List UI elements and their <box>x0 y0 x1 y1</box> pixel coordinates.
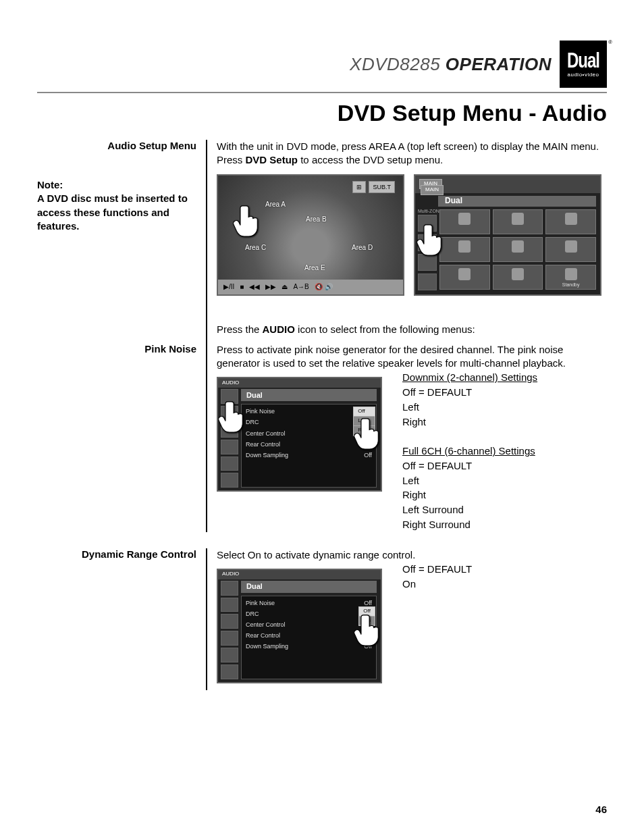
pink-noise-label: Pink Noise <box>37 343 206 532</box>
area-e-label: Area E <box>304 263 325 273</box>
pointing-hand-icon <box>233 203 263 240</box>
pink-noise-settings: Downmix (2-channel) Settings Off = DEFAU… <box>402 370 537 531</box>
menu-icon <box>493 265 543 290</box>
row-name: Rear Control <box>246 440 280 448</box>
brand-label: Dual <box>246 390 263 400</box>
press-post: icon to select from the following menus: <box>295 323 475 335</box>
menu-icon <box>439 265 490 290</box>
note-body: A DVD disc must be inserted to access th… <box>37 192 188 232</box>
body-bold: DVD Setup <box>246 154 298 165</box>
pink-noise-screenshot: AUDIO Dual Pink NoiseOff DRCOff Center C… <box>217 377 382 492</box>
full6-heading: Full 6CH (6-channel) Settings <box>402 444 537 459</box>
eject-icon: ⏏ <box>281 282 288 292</box>
setting-line: Off = DEFAULT <box>402 385 537 400</box>
pointing-hand-icon <box>354 612 382 650</box>
menu-icon <box>439 209 490 234</box>
note-block: Note: A DVD disc must be inserted to acc… <box>37 178 196 233</box>
setting-line: Right <box>402 415 537 429</box>
bluetooth-icon <box>545 237 596 262</box>
header-title: XDVD8285 OPERATION <box>350 54 552 75</box>
menu-icon <box>493 209 543 234</box>
audio-setup-body: With the unit in DVD mode, press AREA A … <box>217 140 607 167</box>
playback-bar: ▶/II ■ ◀◀ ▶▶ ⏏ A→B 🔇 🔊 <box>218 280 403 294</box>
page-number: 46 <box>595 804 607 815</box>
menu-icon <box>545 209 596 234</box>
volume-icons: 🔇 🔊 <box>315 282 333 292</box>
audio-sidebar <box>221 581 238 679</box>
stop-icon: ■ <box>240 282 244 292</box>
area-a-label: Area A <box>265 200 286 209</box>
play-pause-icon: ▶/II <box>223 282 234 292</box>
press-audio-line: Press the AUDIO icon to select from the … <box>217 323 607 336</box>
setting-line: Left <box>402 400 537 415</box>
drc-body: Select On to activate dynamic range cont… <box>217 548 607 562</box>
drc-settings: Off = DEFAULT On <box>402 562 472 592</box>
grid-icon: ⊞ <box>352 181 366 193</box>
brand-logo: ® Dual audio•video <box>560 41 607 88</box>
pink-noise-body: Press to activate pink noise generator f… <box>217 343 607 371</box>
standby-icon: Standby <box>545 265 596 290</box>
setting-line: Off = DEFAULT <box>402 459 537 473</box>
setting-line: Left Surround <box>402 502 537 517</box>
audio-tag: AUDIO <box>222 380 239 387</box>
area-b-label: Area B <box>306 215 327 224</box>
menu-icon <box>493 237 543 262</box>
subtitle-button: SUB.T <box>369 181 395 193</box>
row-name: Down Sampling <box>246 642 288 650</box>
row-name: Center Control <box>246 429 286 438</box>
drc-label: Dynamic Range Control <box>37 548 206 690</box>
row-name: Pink Noise <box>246 407 275 415</box>
menu-icon-grid: Standby <box>439 209 596 290</box>
logo-text: Dual <box>567 48 599 72</box>
audio-tag: AUDIO <box>222 571 239 578</box>
setting-line: Right <box>402 488 537 502</box>
menu-icon <box>439 237 490 262</box>
operation-word: OPERATION <box>446 54 552 74</box>
downmix-heading: Downmix (2-channel) Settings <box>402 370 537 385</box>
body-2: to access the DVD setup menu. <box>298 154 443 165</box>
setting-line: Left <box>402 473 537 488</box>
press-bold: AUDIO <box>263 323 295 335</box>
area-c-label: Area C <box>245 243 266 253</box>
forward-icon: ▶▶ <box>265 282 276 292</box>
ab-repeat-icon: A→B <box>293 282 308 292</box>
area-d-label: Area D <box>352 243 373 253</box>
page-header: XDVD8285 OPERATION ® Dual audio•video <box>37 41 607 93</box>
setting-line: Off = DEFAULT <box>402 562 472 577</box>
brand-label: Dual <box>445 195 462 206</box>
audio-setup-label: Audio Setup Menu <box>37 140 196 151</box>
setting-line: On <box>402 577 472 592</box>
model-number: XDVD8285 <box>350 54 440 74</box>
row-name: DRC <box>246 610 259 618</box>
rewind-icon: ◀◀ <box>249 282 260 292</box>
row-name: Center Control <box>246 621 286 629</box>
drc-screenshot: AUDIO Dual Pink NoiseOff DRCOff Center C… <box>217 569 382 683</box>
main-tag-2: MAIN <box>421 185 444 195</box>
pointing-hand-icon <box>218 398 248 436</box>
note-title: Note: <box>37 179 63 190</box>
pointing-hand-icon <box>354 415 382 453</box>
registered-mark: ® <box>608 39 612 45</box>
brand-label: Dual <box>246 581 263 592</box>
page-title: DVD Setup Menu - Audio <box>37 100 607 126</box>
row-name: Pink Noise <box>246 599 275 607</box>
main-menu-screenshot: MAIN MAIN Dual Multi-ZONE <box>414 174 601 296</box>
setting-line: Right Surround <box>402 517 537 532</box>
pointing-hand-icon <box>417 221 446 259</box>
dvd-touch-areas-screenshot: ⊞ SUB.T Area A Area B Area C Area D Area… <box>217 174 404 296</box>
row-name: Down Sampling <box>246 451 288 459</box>
press-pre: Press the <box>217 323 263 335</box>
row-name: Rear Control <box>246 631 280 640</box>
screenshots-row: ⊞ SUB.T Area A Area B Area C Area D Area… <box>217 174 607 296</box>
standby-label: Standby <box>562 282 580 288</box>
